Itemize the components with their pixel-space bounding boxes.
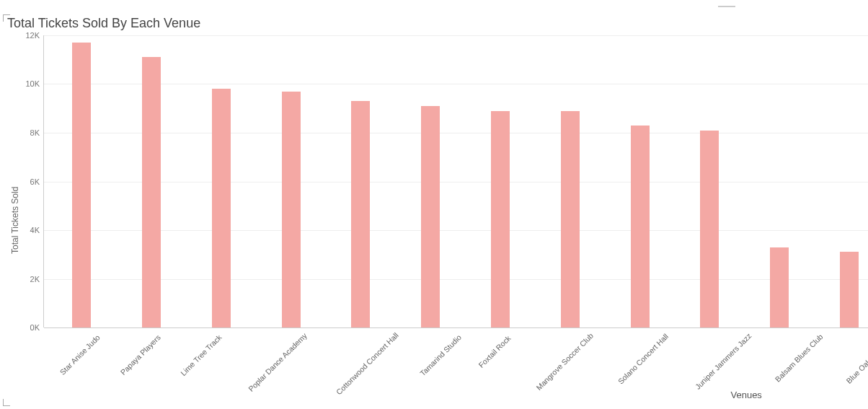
visual-header: ··· [4,3,868,14]
bar[interactable] [631,126,650,327]
y-tick: 10K [25,79,40,88]
chart-title: Total Tickets Sold By Each Venue [4,14,868,35]
bar[interactable] [142,57,161,327]
bar[interactable] [282,92,301,327]
y-axis-label: Total Tickets Sold [9,35,22,405]
bar[interactable] [351,101,370,327]
bar[interactable] [212,89,231,327]
bar[interactable] [770,247,789,327]
bar[interactable] [700,131,719,327]
y-tick: 2K [30,275,40,283]
y-tick: 6K [30,177,40,186]
y-tick: 0K [30,323,40,332]
chart-visual[interactable]: ··· Total Tickets Sold By Each Venue Tot… [0,0,868,409]
bar[interactable] [421,106,440,327]
y-tick: 8K [30,128,40,137]
y-tick: 4K [30,226,40,234]
bar[interactable] [840,252,859,327]
plot-area: 0K2K4K6K8K10K12K [43,35,868,327]
x-axis-ticks: Star Anise JudoPapaya PlayersLime Tree T… [43,327,868,388]
y-tick: 12K [25,31,40,40]
bar[interactable] [491,111,510,327]
bar[interactable] [561,111,580,327]
resize-handle[interactable] [3,14,10,22]
bar[interactable] [72,43,91,327]
